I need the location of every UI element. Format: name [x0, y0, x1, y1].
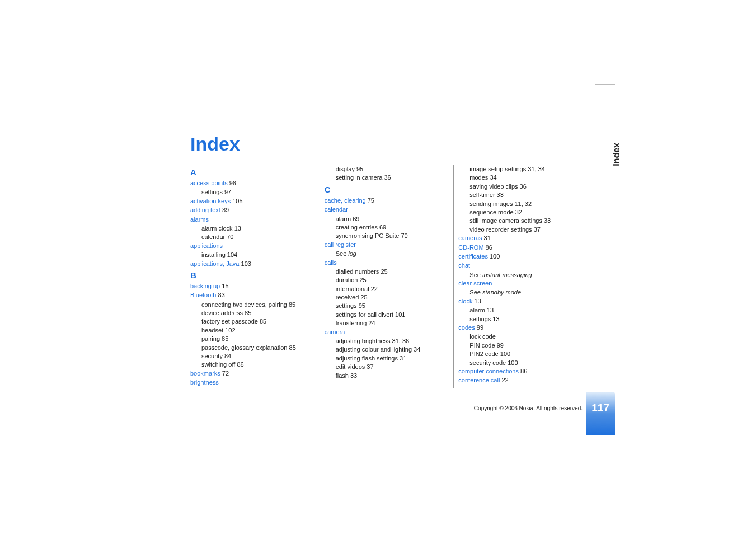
index-subentry[interactable]: dialled numbers 25: [325, 268, 448, 276]
index-term[interactable]: computer connections: [458, 368, 519, 374]
index-term[interactable]: activation keys: [190, 198, 231, 204]
index-subentry[interactable]: saving video clips 36: [458, 182, 582, 191]
index-subentry[interactable]: alarm clock 13: [190, 224, 314, 233]
index-term[interactable]: alarms: [190, 216, 209, 223]
index-subentry[interactable]: settings 13: [458, 315, 582, 324]
page-ref[interactable]: 13: [472, 298, 481, 305]
index-subentry[interactable]: still image camera settings 33: [458, 217, 582, 225]
index-subentry[interactable]: device address 85: [190, 309, 314, 317]
page-ref[interactable]: 72: [220, 370, 229, 377]
index-subentry[interactable]: passcode, glossary explanation 85: [190, 344, 314, 352]
index-term[interactable]: calendar: [325, 206, 348, 213]
index-term[interactable]: Bluetooth: [190, 292, 216, 298]
index-subentry[interactable]: flash 33: [325, 372, 448, 380]
index-entry: clock 13: [458, 297, 582, 306]
index-subentry[interactable]: adjusting flash settings 31: [325, 354, 448, 363]
index-entry: call register: [325, 241, 448, 249]
index-term[interactable]: call register: [325, 241, 356, 248]
index-subentry[interactable]: connecting two devices, pairing 85: [190, 301, 314, 309]
page-ref[interactable]: 86: [519, 368, 527, 374]
page-ref[interactable]: 96: [228, 180, 236, 186]
index-subentry[interactable]: settings 97: [190, 188, 314, 196]
see-reference[interactable]: standby mode: [482, 289, 521, 296]
index-subentry[interactable]: transferring 24: [325, 319, 448, 327]
index-term[interactable]: applications: [190, 242, 223, 249]
index-subentry[interactable]: factory set passcode 85: [190, 317, 314, 326]
index-subentry[interactable]: pairing 85: [190, 335, 314, 343]
index-subentry[interactable]: PIN2 code 100: [458, 350, 582, 358]
page-ref[interactable]: 99: [475, 324, 483, 331]
index-term[interactable]: cameras: [458, 235, 482, 241]
page-ref[interactable]: 100: [488, 253, 500, 260]
index-subentry[interactable]: image setup settings 31, 34: [458, 165, 582, 174]
index-term[interactable]: bookmarks: [190, 370, 220, 377]
index-entry: cache, clearing 75: [325, 196, 448, 205]
page-number: 117: [586, 400, 615, 416]
index-subentry: See standby mode: [458, 288, 582, 297]
index-term[interactable]: camera: [325, 329, 345, 335]
index-entry: camera: [325, 328, 448, 336]
see-reference[interactable]: instant messaging: [482, 271, 532, 278]
page-ref[interactable]: 86: [484, 244, 492, 251]
index-subentry[interactable]: synchronising PC Suite 70: [325, 232, 448, 240]
index-subentry[interactable]: video recorder settings 37: [458, 226, 582, 234]
index-subentry[interactable]: alarm 69: [325, 215, 448, 223]
see-prefix: See: [469, 289, 482, 296]
index-subentry[interactable]: PIN code 99: [458, 341, 582, 350]
index-entry: activation keys 105: [190, 197, 314, 205]
index-term[interactable]: codes: [458, 324, 475, 331]
index-subentry[interactable]: headset 102: [190, 326, 314, 335]
page-ref[interactable]: 75: [366, 197, 374, 204]
index-subentry[interactable]: adjusting colour and lighting 34: [325, 345, 448, 354]
index-term[interactable]: conference call: [458, 377, 500, 383]
index-subentry[interactable]: lock code: [458, 332, 582, 341]
index-term[interactable]: cache, clearing: [325, 197, 366, 204]
index-subentry[interactable]: received 25: [325, 293, 448, 302]
see-prefix: See: [469, 271, 482, 278]
index-subentry[interactable]: switching off 86: [190, 360, 314, 369]
index-term[interactable]: clock: [458, 298, 472, 305]
index-subentry[interactable]: settings for call divert 101: [325, 311, 448, 319]
index-entry: conference call 22: [458, 376, 582, 385]
index-entry: certificates 100: [458, 252, 582, 261]
index-subentry[interactable]: sequence mode 32: [458, 208, 582, 217]
index-term[interactable]: clear screen: [458, 280, 492, 287]
index-subentry[interactable]: display 95: [325, 165, 448, 174]
index-subentry[interactable]: adjusting brightness 31, 36: [325, 337, 448, 345]
index-subentry[interactable]: international 22: [325, 285, 448, 293]
index-subentry[interactable]: installing 104: [190, 251, 314, 259]
index-term[interactable]: chat: [458, 262, 470, 269]
page-ref[interactable]: 39: [220, 207, 229, 213]
page-ref[interactable]: 105: [231, 198, 242, 204]
page-ref[interactable]: 22: [500, 377, 508, 383]
index-subentry[interactable]: alarm 13: [458, 306, 582, 315]
index-subentry[interactable]: security code 100: [458, 359, 582, 367]
index-subentry[interactable]: setting in camera 36: [325, 174, 448, 182]
index-entry: computer connections 86: [458, 367, 582, 376]
index-term[interactable]: calls: [325, 259, 337, 266]
index-subentry[interactable]: creating entries 69: [325, 223, 448, 232]
page-ref[interactable]: 31: [482, 235, 491, 241]
index-term[interactable]: applications, Java: [190, 260, 239, 267]
page-ref[interactable]: 83: [216, 292, 224, 298]
decorative-rule: [595, 84, 615, 85]
index-subentry[interactable]: self-timer 33: [458, 191, 582, 199]
index-entry: adding text 39: [190, 206, 314, 214]
see-reference[interactable]: log: [348, 250, 356, 257]
page-ref[interactable]: 15: [220, 283, 228, 289]
index-subentry[interactable]: edit videos 37: [325, 363, 448, 371]
index-term[interactable]: adding text: [190, 207, 220, 213]
index-subentry[interactable]: settings 95: [325, 302, 448, 310]
index-subentry[interactable]: calendar 70: [190, 233, 314, 241]
index-term[interactable]: access points: [190, 180, 228, 186]
index-entry: access points 96: [190, 179, 314, 188]
index-term[interactable]: brightness: [190, 379, 219, 386]
index-subentry[interactable]: sending images 11, 32: [458, 200, 582, 208]
index-term[interactable]: CD-ROM: [458, 244, 483, 251]
index-term[interactable]: backing up: [190, 283, 220, 289]
index-subentry[interactable]: modes 34: [458, 174, 582, 182]
page-ref[interactable]: 103: [239, 260, 251, 267]
index-subentry[interactable]: duration 25: [325, 276, 448, 284]
index-subentry[interactable]: security 84: [190, 352, 314, 360]
index-term[interactable]: certificates: [458, 253, 488, 260]
